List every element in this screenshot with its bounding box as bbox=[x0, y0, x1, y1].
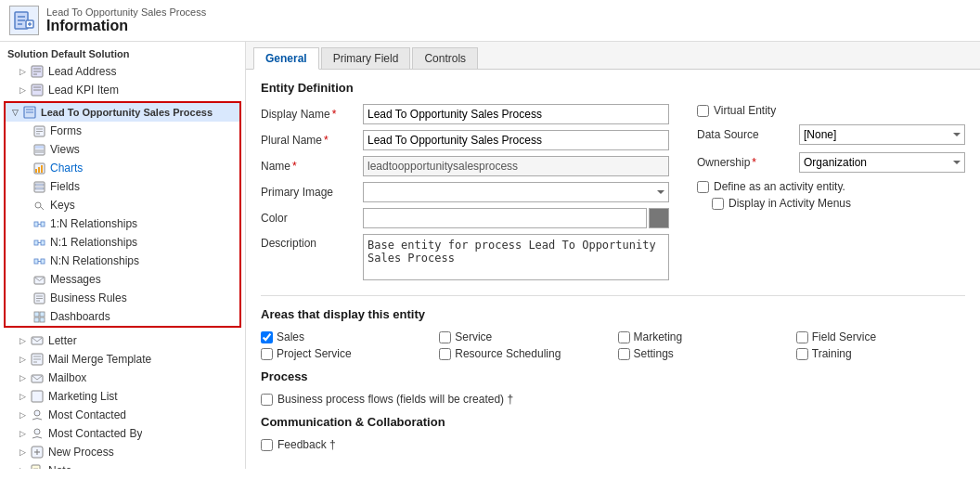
sidebar-item-business-rules[interactable]: Business Rules bbox=[6, 289, 239, 307]
note-icon bbox=[30, 463, 45, 469]
sidebar-item-new-process[interactable]: ▷ New Process bbox=[0, 443, 245, 461]
sidebar-item-label: Views bbox=[50, 143, 80, 156]
sidebar-item-dashboards[interactable]: Dashboards bbox=[6, 307, 239, 326]
virtual-entity-checkbox[interactable] bbox=[697, 105, 709, 117]
ownership-select[interactable]: Organization bbox=[799, 152, 965, 173]
area-service-checkbox[interactable] bbox=[439, 331, 451, 343]
color-swatch[interactable] bbox=[649, 208, 669, 228]
sidebar-item-charts[interactable]: Charts bbox=[6, 159, 239, 177]
nn-relationships-icon bbox=[32, 253, 46, 268]
sidebar-item-mail-merge[interactable]: ▷ Mail Merge Template bbox=[0, 350, 245, 369]
sidebar-item-label: N:1 Relationships bbox=[50, 236, 137, 249]
area-sales-checkbox[interactable] bbox=[261, 331, 273, 343]
area-project-service-label: Project Service bbox=[277, 347, 352, 360]
new-process-icon bbox=[30, 445, 45, 460]
tab-general[interactable]: General bbox=[253, 47, 319, 70]
area-field-service: Field Service bbox=[796, 330, 965, 343]
area-training-checkbox[interactable] bbox=[796, 348, 808, 360]
tabs-bar: General Primary Field Controls bbox=[246, 42, 980, 70]
area-training-label: Training bbox=[812, 347, 852, 360]
sidebar-item-fields[interactable]: Fields bbox=[6, 177, 239, 196]
required-star: * bbox=[292, 160, 297, 173]
sidebar-item-mailbox[interactable]: ▷ Mailbox bbox=[0, 369, 245, 387]
required-star: * bbox=[324, 134, 329, 147]
n1-relationships-icon bbox=[32, 235, 46, 250]
sidebar-item-lead-opportunity[interactable]: ▽ Lead To Opportunity Sales Process bbox=[6, 103, 239, 122]
display-name-row: Display Name* bbox=[261, 104, 669, 124]
sidebar-item-marketing-list[interactable]: ▷ Marketing List bbox=[0, 387, 245, 406]
area-field-service-checkbox[interactable] bbox=[796, 331, 808, 343]
area-field-service-label: Field Service bbox=[812, 330, 876, 343]
views-icon bbox=[32, 142, 46, 157]
display-activity-checkbox[interactable] bbox=[712, 198, 724, 210]
plural-name-input[interactable] bbox=[363, 130, 669, 150]
virtual-entity-label: Virtual Entity bbox=[714, 104, 776, 117]
data-source-label: Data Source bbox=[697, 128, 799, 141]
sidebar-item-label: Forms bbox=[50, 124, 82, 137]
charts-icon bbox=[32, 161, 46, 175]
feedback-checkbox[interactable] bbox=[261, 439, 273, 451]
expand-icon: ▷ bbox=[17, 335, 28, 346]
area-marketing-checkbox[interactable] bbox=[618, 331, 630, 343]
sidebar-item-views[interactable]: Views bbox=[6, 140, 239, 159]
sidebar-item-label: Lead To Opportunity Sales Process bbox=[41, 107, 213, 118]
area-project-service: Project Service bbox=[261, 347, 430, 360]
define-activity-label: Define as an activity entity. bbox=[714, 180, 845, 193]
svg-rect-48 bbox=[34, 312, 39, 317]
expand-icon: ▽ bbox=[9, 107, 20, 118]
svg-rect-50 bbox=[34, 317, 39, 322]
sidebar-item-1n-relationships[interactable]: 1:N Relationships bbox=[6, 214, 239, 233]
sidebar-item-messages[interactable]: Messages bbox=[6, 270, 239, 289]
display-name-input[interactable] bbox=[363, 104, 669, 124]
ownership-label: Ownership* bbox=[697, 156, 799, 169]
form-content: Entity Definition Display Name* Plural bbox=[246, 70, 980, 467]
sidebar-item-lead-address[interactable]: ▷ Lead Address bbox=[0, 62, 245, 81]
mail-merge-icon bbox=[30, 352, 45, 367]
sidebar-item-label: Mailbox bbox=[48, 371, 86, 384]
dashboards-icon bbox=[32, 309, 46, 324]
sidebar-item-most-contacted-by[interactable]: ▷ Most Contacted By bbox=[0, 424, 245, 443]
display-activity-row: Display in Activity Menus bbox=[697, 197, 965, 210]
sidebar-item-n1-relationships[interactable]: N:1 Relationships bbox=[6, 233, 239, 252]
header-subtitle: Information bbox=[46, 18, 206, 34]
svg-point-60 bbox=[34, 429, 40, 434]
most-contacted-icon bbox=[30, 408, 45, 422]
primary-image-select[interactable] bbox=[363, 182, 669, 202]
area-settings-checkbox[interactable] bbox=[618, 348, 630, 360]
area-resource-scheduling-checkbox[interactable] bbox=[439, 348, 451, 360]
process-title: Process bbox=[261, 369, 965, 383]
tab-primary-field[interactable]: Primary Field bbox=[321, 47, 411, 69]
sidebar-item-lead-kpi[interactable]: ▷ Lead KPI Item bbox=[0, 81, 245, 99]
svg-rect-29 bbox=[34, 182, 45, 192]
sidebar-item-forms[interactable]: Forms bbox=[6, 122, 239, 140]
svg-point-32 bbox=[35, 202, 41, 208]
display-activity-label: Display in Activity Menus bbox=[729, 197, 851, 210]
color-input[interactable] bbox=[363, 208, 647, 228]
sidebar-item-most-contacted[interactable]: ▷ Most Contacted bbox=[0, 406, 245, 424]
sidebar-item-letter[interactable]: ▷ Letter bbox=[0, 331, 245, 350]
svg-rect-28 bbox=[41, 165, 43, 173]
name-input[interactable] bbox=[363, 156, 669, 176]
form-layout: Display Name* Plural Name* N bbox=[261, 104, 965, 286]
sidebar-item-note[interactable]: ▷ Note bbox=[0, 461, 245, 469]
description-textarea[interactable]: Base entity for process Lead To Opportun… bbox=[363, 234, 669, 280]
lead-address-icon bbox=[30, 64, 45, 79]
area-service-label: Service bbox=[455, 330, 492, 343]
tab-controls[interactable]: Controls bbox=[412, 47, 478, 69]
svg-rect-27 bbox=[38, 167, 40, 173]
svg-rect-37 bbox=[34, 240, 38, 245]
data-source-select[interactable]: [None] bbox=[799, 124, 965, 145]
business-rules-icon bbox=[32, 291, 46, 305]
sidebar-item-nn-relationships[interactable]: N:N Relationships bbox=[6, 252, 239, 270]
most-contacted-by-icon bbox=[30, 426, 45, 441]
sidebar-item-label: Fields bbox=[50, 180, 80, 193]
area-project-service-checkbox[interactable] bbox=[261, 348, 273, 360]
sidebar-item-label: Keys bbox=[50, 199, 75, 212]
expand-icon: ▷ bbox=[17, 372, 28, 383]
svg-point-59 bbox=[34, 410, 40, 416]
define-activity-checkbox[interactable] bbox=[697, 181, 709, 193]
letter-icon bbox=[30, 333, 45, 348]
process-flows-checkbox[interactable] bbox=[261, 394, 273, 406]
messages-icon bbox=[32, 272, 46, 287]
sidebar-item-keys[interactable]: Keys bbox=[6, 196, 239, 214]
